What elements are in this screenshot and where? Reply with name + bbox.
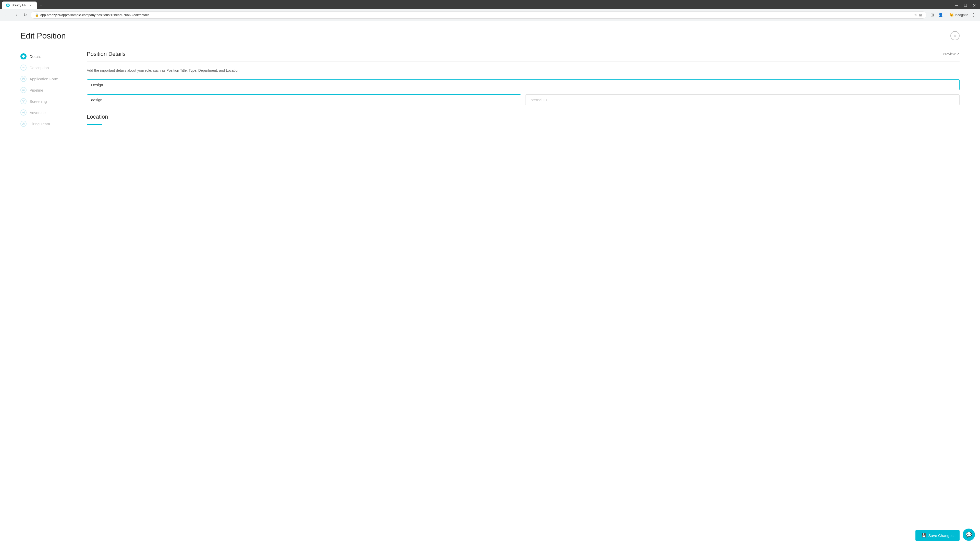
external-link-icon: ↗ <box>956 52 959 56</box>
back-button[interactable]: ← <box>3 11 10 19</box>
sidebar-item-application-form[interactable]: Application Form <box>21 73 72 84</box>
extensions-button[interactable]: ⊞ <box>928 11 935 19</box>
location-divider <box>87 124 102 125</box>
menu-button[interactable]: ⋮ <box>970 11 977 19</box>
svg-point-16 <box>23 123 24 124</box>
extension-icon[interactable]: ⊞ <box>919 13 922 17</box>
location-section: Location <box>87 114 959 125</box>
page-content: Edit Position × Details <box>0 21 980 540</box>
save-icon: 💾 <box>921 533 926 538</box>
incognito-icon: 😾 <box>950 13 954 17</box>
page-title: Edit Position <box>21 31 66 41</box>
svg-rect-15 <box>22 112 24 113</box>
save-changes-button[interactable]: 💾 Save Changes <box>915 530 959 540</box>
screening-icon <box>21 98 27 104</box>
pipeline-icon <box>21 87 27 93</box>
window-close-button[interactable]: ✕ <box>970 2 978 9</box>
section-title: Position Details <box>87 51 126 57</box>
preview-link[interactable]: Preview ↗ <box>943 52 959 56</box>
description-icon <box>21 65 27 71</box>
sidebar-item-screening-label: Screening <box>30 99 47 103</box>
svg-rect-5 <box>22 67 24 68</box>
sidebar-item-screening[interactable]: Screening <box>21 96 72 107</box>
main-content-area: Position Details Preview ↗ Add the impor… <box>87 51 959 129</box>
application-form-icon <box>21 76 27 82</box>
svg-point-17 <box>24 123 24 124</box>
department-row <box>87 94 959 105</box>
sidebar-item-description-label: Description <box>30 65 49 70</box>
tab-close-button[interactable]: ✕ <box>29 3 33 7</box>
nav-right-controls: ⊞ 👤 😾 Incognito ⋮ <box>928 11 977 19</box>
save-label: Save Changes <box>928 534 953 538</box>
new-tab-button[interactable]: + <box>38 3 45 9</box>
section-header: Position Details Preview ↗ <box>87 51 959 62</box>
details-icon <box>21 53 27 59</box>
nav-bar: ← → ↻ 🔒 app.breezy.hr/app/c/sample-compa… <box>0 9 980 21</box>
main-layout: Details Description <box>21 51 959 129</box>
sidebar-item-application-form-label: Application Form <box>30 77 59 81</box>
chat-button[interactable]: 💬 <box>963 529 975 540</box>
svg-point-0 <box>7 4 9 6</box>
tab-bar: Breezy HR ✕ + ─ □ ✕ <box>0 0 980 9</box>
svg-rect-6 <box>22 68 24 68</box>
sidebar-item-hiring-team-label: Hiring Team <box>30 122 50 126</box>
internal-id-input[interactable] <box>525 94 959 105</box>
minimize-button[interactable]: ─ <box>953 2 961 9</box>
page-header: Edit Position × <box>21 31 959 41</box>
close-button[interactable]: × <box>950 31 959 40</box>
sidebar-item-pipeline[interactable]: Pipeline <box>21 84 72 96</box>
tab-favicon <box>6 3 10 7</box>
incognito-badge: 😾 Incognito <box>950 13 968 17</box>
sidebar-item-advertise-label: Advertise <box>30 110 46 115</box>
sidebar-item-description[interactable]: Description <box>21 62 72 73</box>
position-title-input[interactable] <box>87 79 959 90</box>
location-title: Location <box>87 114 959 120</box>
address-bar[interactable]: 🔒 app.breezy.hr/app/c/sample-company/pos… <box>30 11 926 19</box>
bookmark-icon[interactable]: ☆ <box>914 13 918 17</box>
title-form-group <box>87 79 959 90</box>
section-description: Add the important details about your rol… <box>87 68 959 73</box>
sidebar-item-details[interactable]: Details <box>21 51 72 62</box>
reload-button[interactable]: ↻ <box>21 11 29 19</box>
hiring-team-icon <box>21 121 27 127</box>
sidebar-item-details-label: Details <box>30 54 41 59</box>
close-icon: × <box>954 33 956 38</box>
sidebar-item-hiring-team[interactable]: Hiring Team <box>21 118 72 129</box>
secure-icon: 🔒 <box>35 13 39 17</box>
sidebar-item-pipeline-label: Pipeline <box>30 88 43 92</box>
chat-icon: 💬 <box>966 532 972 538</box>
profile-button[interactable]: 👤 <box>937 11 944 19</box>
preview-label: Preview <box>943 52 956 56</box>
window-controls: ─ □ ✕ <box>953 2 978 9</box>
sidebar: Details Description <box>21 51 72 129</box>
svg-point-13 <box>24 90 25 91</box>
svg-marker-14 <box>22 100 24 102</box>
department-input[interactable] <box>87 94 521 105</box>
advertise-icon <box>21 110 27 116</box>
forward-button[interactable]: → <box>12 11 19 19</box>
active-tab[interactable]: Breezy HR ✕ <box>2 2 37 9</box>
maximize-button[interactable]: □ <box>962 2 969 9</box>
incognito-label: Incognito <box>955 13 968 17</box>
url-text: app.breezy.hr/app/c/sample-company/posit… <box>40 13 913 17</box>
sidebar-item-advertise[interactable]: Advertise <box>21 107 72 118</box>
tab-title: Breezy HR <box>12 3 27 7</box>
